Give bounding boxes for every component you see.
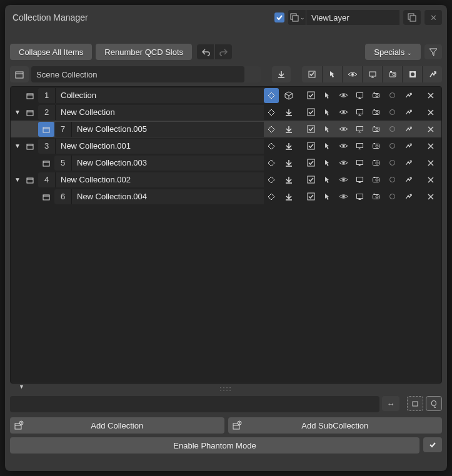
collection-name[interactable]: New Collection.003 (72, 156, 264, 171)
viewport-toggle[interactable] (351, 189, 368, 204)
collection-icon[interactable] (38, 156, 54, 171)
exclude-toggle[interactable] (303, 105, 319, 120)
viewlayer-selector[interactable]: ⌄ ViewLayer (288, 10, 399, 25)
render-toggle[interactable] (368, 172, 384, 187)
indirect-toggle[interactable] (400, 88, 416, 103)
holdout-toggle[interactable] (384, 172, 400, 187)
expand-toggle[interactable]: ▼ (13, 109, 22, 116)
select-toggle[interactable] (319, 139, 335, 154)
visibility-toggle[interactable] (335, 172, 351, 187)
remove-button[interactable] (423, 156, 439, 171)
select-toggle[interactable] (319, 88, 335, 103)
filter-qcd-button[interactable]: Q (426, 396, 442, 411)
indirect-toggle[interactable] (400, 139, 416, 154)
render-toggle[interactable] (368, 122, 384, 137)
redo-button[interactable] (214, 44, 232, 59)
layers-icon[interactable]: ⌄ (288, 10, 306, 25)
global-exclude-toggle[interactable] (302, 66, 322, 82)
select-toggle[interactable] (319, 172, 335, 187)
exclude-toggle[interactable] (303, 88, 319, 103)
holdout-toggle[interactable] (384, 156, 400, 171)
render-toggle[interactable] (368, 156, 384, 171)
collection-icon[interactable] (38, 189, 54, 204)
set-object-button[interactable] (279, 172, 299, 187)
remove-button[interactable] (423, 189, 439, 204)
set-object-button[interactable] (279, 122, 299, 137)
collection-row[interactable]: ▼2New Collection (11, 104, 441, 121)
collection-row[interactable]: ▼4New Collection.002 (11, 171, 441, 188)
qcd-slot[interactable]: 2 (38, 105, 56, 120)
global-set-object-button[interactable] (272, 66, 291, 82)
qcd-slot[interactable]: 6 (54, 189, 72, 204)
remove-button[interactable] (423, 88, 439, 103)
filter-by-selected-button[interactable] (407, 396, 423, 411)
indirect-toggle[interactable] (400, 156, 416, 171)
collection-row[interactable]: 5New Collection.003 (11, 154, 441, 171)
global-viewport-toggle[interactable] (362, 66, 382, 82)
select-toggle[interactable] (319, 105, 335, 120)
renumber-slots-button[interactable]: Renumber QCD Slots (96, 44, 192, 60)
collection-row[interactable]: 7New Collection.005 (11, 121, 441, 137)
collection-name[interactable]: Collection (56, 88, 264, 103)
qcd-slot[interactable]: 7 (54, 122, 72, 137)
add-collection-button[interactable]: Add Collection (10, 417, 224, 434)
viewport-toggle[interactable] (351, 122, 368, 137)
filter-input[interactable] (10, 396, 379, 412)
qcd-slot[interactable]: 3 (38, 139, 56, 154)
indirect-toggle[interactable] (400, 172, 416, 187)
set-object-button[interactable] (279, 156, 299, 171)
close-button[interactable]: ✕ (424, 10, 442, 25)
collection-row[interactable]: 6New Collection.004 (11, 188, 441, 205)
viewport-toggle[interactable] (351, 88, 368, 103)
select-toggle[interactable] (319, 156, 335, 171)
exclude-toggle[interactable] (303, 122, 319, 137)
exclude-toggle[interactable] (303, 189, 319, 204)
indirect-toggle[interactable] (400, 105, 416, 120)
global-render-toggle[interactable] (382, 66, 402, 82)
visibility-toggle[interactable] (335, 105, 351, 120)
collection-name[interactable]: New Collection.005 (72, 122, 264, 137)
collection-row[interactable]: ▼3New Collection.001 (11, 137, 441, 154)
visibility-toggle[interactable] (335, 189, 351, 204)
active-collection-toggle[interactable] (264, 189, 279, 204)
collection-icon[interactable] (22, 139, 38, 154)
copy-viewlayer-button[interactable] (403, 10, 421, 25)
filter-button[interactable] (424, 44, 442, 59)
global-indirect-toggle[interactable] (422, 66, 442, 82)
holdout-toggle[interactable] (384, 139, 400, 154)
add-subcollection-button[interactable]: Add SubCollection (228, 417, 443, 434)
collapse-all-button[interactable]: Collapse All Items (10, 44, 92, 60)
indirect-toggle[interactable] (400, 122, 416, 137)
scene-collection-icon[interactable] (10, 66, 29, 82)
holdout-toggle[interactable] (384, 189, 400, 204)
visibility-toggle[interactable] (335, 156, 351, 171)
viewport-toggle[interactable] (351, 105, 368, 120)
scene-collection-color[interactable] (244, 66, 261, 82)
qcd-slot[interactable]: 5 (54, 156, 72, 171)
render-toggle[interactable] (368, 139, 384, 154)
collection-row[interactable]: 1Collection (11, 87, 441, 104)
active-collection-toggle[interactable] (264, 156, 279, 171)
exclude-toggle[interactable] (303, 172, 319, 187)
render-toggle[interactable] (368, 105, 384, 120)
scene-collection-field[interactable]: Scene Collection (31, 66, 244, 82)
render-toggle[interactable] (368, 88, 384, 103)
holdout-toggle[interactable] (384, 105, 400, 120)
visibility-toggle[interactable] (335, 88, 351, 103)
phantom-mode-button[interactable]: Enable Phantom Mode (10, 437, 419, 454)
enable-checkbox[interactable] (274, 12, 284, 22)
collection-icon[interactable] (22, 105, 38, 120)
global-visibility-toggle[interactable] (342, 66, 362, 82)
collection-name[interactable]: New Collection.004 (72, 189, 264, 204)
qcd-slot[interactable]: 1 (38, 88, 56, 103)
expand-toggle[interactable]: ▼ (13, 142, 22, 149)
select-toggle[interactable] (319, 189, 335, 204)
render-toggle[interactable] (368, 189, 384, 204)
remove-button[interactable] (423, 172, 439, 187)
remove-button[interactable] (423, 122, 439, 137)
set-object-button[interactable] (279, 105, 299, 120)
holdout-toggle[interactable] (384, 122, 400, 137)
set-object-button[interactable] (279, 189, 299, 204)
remove-button[interactable] (423, 105, 439, 120)
active-collection-toggle[interactable] (264, 88, 279, 103)
